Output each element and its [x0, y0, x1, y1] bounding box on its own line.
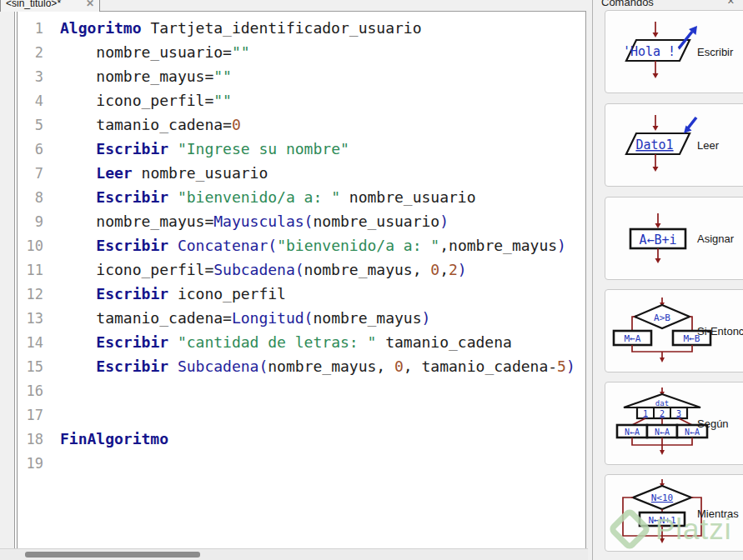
code-text: Leer nombre_usuario — [60, 164, 268, 182]
code-line: 2 nombre_usuario="" — [15, 40, 585, 64]
icon-text: Dato1 — [635, 138, 673, 152]
tab-close-icon[interactable]: ✕ — [86, 0, 94, 9]
command-button-leer[interactable]: Dato1 Leer — [605, 103, 743, 187]
code-line: 11 icono_perfil=Subcadena(nombre_mayus, … — [15, 258, 585, 282]
escribir-flowchart-icon: 'Hola !' — [612, 13, 704, 90]
icon-text: 'Hola !' — [623, 44, 683, 59]
code-line: 15 Escribir Subcadena(nombre_mayus, 0, t… — [15, 354, 585, 378]
code-text: Escribir "bienvenido/a a: " nombre_usuar… — [60, 188, 476, 206]
command-button-si-entonces[interactable]: A>B M←A M←B Si-Entonces — [605, 289, 743, 372]
command-label: Leer — [697, 139, 719, 152]
icon-text: 2 — [660, 409, 665, 418]
icon-text: A>B — [654, 312, 670, 323]
command-button-segun[interactable]: dat 1 2 3 N←A N←A N←A Según — [605, 382, 743, 465]
icon-text: dat — [655, 399, 669, 408]
code-text: Escribir Concatenar("bienvenido/a a: ",n… — [60, 237, 566, 254]
panel-close-icon[interactable]: ✕ — [727, 0, 735, 7]
code-line: 9 nombre_mayus=Mayusculas(nombre_usuario… — [15, 209, 585, 233]
code-line: 6 Escribir "Ingrese su nombre" — [15, 137, 585, 161]
line-number: 18 — [15, 428, 43, 452]
command-label: Escribir — [697, 46, 733, 58]
code-text: Escribir Subcadena(nombre_mayus, 0, tama… — [60, 358, 575, 375]
line-number: 7 — [15, 162, 43, 186]
line-number: 15 — [15, 355, 43, 379]
icon-text: M←A — [625, 333, 641, 344]
line-number: 11 — [15, 258, 43, 282]
line-number: 1 — [15, 17, 43, 41]
code-line: 8 Escribir "bienvenido/a a: " nombre_usu… — [15, 185, 585, 209]
icon-text: N←A — [625, 428, 640, 437]
code-line: 7 Leer nombre_usuario — [15, 161, 585, 185]
command-label: Si-Entonces — [697, 325, 743, 338]
horizontal-scrollbar[interactable] — [0, 548, 588, 560]
line-number: 3 — [15, 65, 43, 89]
code-line: 16 — [15, 378, 585, 402]
line-number: 5 — [15, 113, 43, 138]
code-text: icono_perfil="" — [60, 92, 232, 109]
code-text: tamanio_cadena=0 — [60, 116, 241, 133]
code-text: Escribir "Ingrese su nombre" — [60, 140, 349, 158]
code-line: 10 Escribir Concatenar("bienvenido/a a: … — [15, 233, 585, 258]
code-text: tamanio_cadena=Longitud(nombre_mayus) — [60, 309, 430, 327]
commands-panel-title: Comandos — [601, 0, 654, 8]
line-number: 9 — [15, 210, 43, 234]
command-button-mientras[interactable]: N<10 N←N+1 Mientras — [605, 474, 743, 552]
line-number: 4 — [15, 89, 43, 113]
icon-text: N<10 — [651, 492, 674, 503]
icon-text: N←A — [655, 428, 670, 437]
code-text: Escribir icono_perfil — [60, 285, 286, 302]
code-line: 12 Escribir icono_perfil — [15, 282, 585, 306]
command-label: Asignar — [697, 232, 734, 245]
icon-text: A←B+i — [639, 232, 676, 248]
line-number: 17 — [15, 403, 43, 428]
tab-title: <sin_titulo>* — [6, 0, 61, 9]
command-label: Mientras — [697, 507, 739, 519]
line-number: 10 — [15, 234, 43, 258]
line-number: 14 — [15, 331, 43, 355]
code-text: icono_perfil=Subcadena(nombre_mayus, 0,2… — [60, 261, 467, 278]
code-text: Escribir "cantidad de letras: " tamanio_… — [60, 333, 512, 351]
commands-panel: Comandos ✕ 'Hola !' Escribir Dato1 Leer … — [592, 0, 743, 560]
command-button-asignar[interactable]: A←B+i Asignar — [605, 197, 743, 280]
code-text: nombre_usuario="" — [60, 43, 250, 61]
code-text: Algoritmo Tartjeta_identificador_usuario — [60, 19, 422, 37]
editor-tab[interactable]: <sin_titulo>* ✕ — [0, 0, 100, 12]
icon-text: N←N+1 — [648, 514, 675, 525]
code-line: 5 tamanio_cadena=0 — [15, 112, 585, 137]
code-editor[interactable]: 1Algoritmo Tartjeta_identificador_usuari… — [14, 11, 586, 549]
line-number: 12 — [15, 282, 43, 307]
code-line: 14 Escribir "cantidad de letras: " taman… — [15, 330, 585, 354]
leer-flowchart-icon: Dato1 — [612, 107, 704, 183]
code-line: 18FinAlgoritmo — [15, 427, 585, 451]
code-line: 13 tamanio_cadena=Longitud(nombre_mayus) — [15, 306, 585, 330]
line-number: 6 — [15, 138, 43, 162]
line-number: 8 — [15, 186, 43, 210]
command-button-escribir[interactable]: 'Hola !' Escribir — [605, 10, 743, 93]
line-number: 13 — [15, 307, 43, 331]
command-label: Según — [697, 418, 729, 430]
icon-text: 3 — [676, 409, 681, 418]
line-number: 19 — [15, 452, 43, 476]
line-number: 16 — [15, 379, 43, 403]
code-line: 17 — [15, 402, 585, 427]
code-line: 4 icono_perfil="" — [15, 88, 585, 112]
line-number: 2 — [15, 41, 43, 65]
code-lines: 1Algoritmo Tartjeta_identificador_usuari… — [15, 16, 585, 475]
code-line: 19 — [15, 451, 585, 475]
icon-text: 1 — [643, 409, 648, 418]
code-text: nombre_mayus="" — [60, 68, 232, 85]
scrollbar-thumb[interactable] — [25, 552, 200, 558]
asignar-flowchart-icon: A←B+i — [612, 200, 704, 277]
code-line: 3 nombre_mayus="" — [15, 64, 585, 88]
commands-panel-header: Comandos ✕ — [593, 0, 743, 10]
code-text: FinAlgoritmo — [60, 430, 168, 448]
code-text: nombre_mayus=Mayusculas(nombre_usuario) — [60, 212, 449, 230]
code-line: 1Algoritmo Tartjeta_identificador_usuari… — [15, 16, 585, 40]
